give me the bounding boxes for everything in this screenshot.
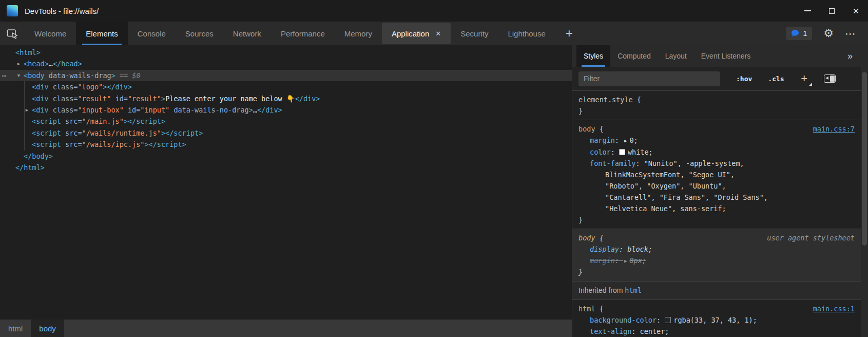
css-property-name[interactable]: margin bbox=[590, 256, 615, 265]
token-val: "input" bbox=[140, 106, 169, 114]
close-tab-icon[interactable]: ✕ bbox=[435, 30, 441, 38]
sidebar-tab-layout[interactable]: Layout bbox=[658, 45, 694, 67]
scrollbar-thumb[interactable] bbox=[862, 72, 867, 246]
token-tag: > bbox=[161, 95, 165, 103]
minimize-icon bbox=[804, 10, 811, 11]
css-property-value[interactable]: rgba(33, 37, 43, 1); bbox=[673, 316, 757, 324]
tab-performance[interactable]: Performance bbox=[271, 22, 335, 45]
indent-guide-line bbox=[24, 81, 25, 92]
css-property-name[interactable]: color bbox=[590, 148, 611, 156]
css-property-name[interactable]: margin bbox=[590, 136, 615, 144]
gear-icon: ⚙ bbox=[823, 27, 834, 40]
tab-network[interactable]: Network bbox=[223, 22, 271, 45]
dom-tree-row[interactable]: </body> bbox=[0, 151, 572, 162]
rule-header: user agent stylesheetbody { bbox=[578, 232, 855, 244]
token-val: "input-box" bbox=[78, 106, 123, 114]
maximize-button[interactable] bbox=[820, 0, 844, 22]
dom-tree-row[interactable]: <div class="logo"></div> bbox=[0, 81, 572, 92]
css-property-value[interactable]: block; bbox=[627, 245, 652, 253]
rule-selector[interactable]: element.style bbox=[578, 96, 633, 104]
tab-lighthouse[interactable]: Lighthouse bbox=[498, 22, 555, 45]
token-val: "logo" bbox=[78, 83, 103, 91]
dom-tree-row[interactable]: <script src="/wails/ipc.js"></script> bbox=[0, 139, 572, 150]
dom-tree-row[interactable]: <div class="result" id="result">Please e… bbox=[0, 93, 572, 104]
token-tag: > bbox=[249, 106, 253, 114]
sidebar-tab-styles[interactable]: Styles bbox=[576, 45, 610, 67]
window-controls: ✕ bbox=[796, 0, 868, 22]
css-property-value[interactable]: "Nunito", -apple-system, bbox=[644, 159, 744, 167]
window-title: DevTools - file://wails/ bbox=[25, 7, 99, 15]
breadcrumb-item-html[interactable]: html bbox=[0, 320, 31, 337]
tab-elements[interactable]: Elements bbox=[76, 22, 128, 45]
rule-selector[interactable]: body bbox=[578, 234, 595, 242]
breadcrumb-item-body[interactable]: body bbox=[31, 320, 64, 337]
token-txt: … bbox=[49, 60, 53, 68]
inherited-from-link[interactable]: html bbox=[625, 286, 642, 294]
style-rule-body: user agent stylesheetbody {display: bloc… bbox=[572, 229, 861, 282]
tab-application[interactable]: Application✕ bbox=[382, 23, 451, 44]
tab-welcome[interactable]: Welcome bbox=[25, 22, 76, 45]
issues-badge[interactable]: 1 bbox=[786, 27, 812, 40]
dom-tree-row[interactable]: <script src="/wails/runtime.js"></script… bbox=[0, 127, 572, 139]
dom-tree-row[interactable]: ▶<div class="input-box" id="input" data-… bbox=[0, 104, 572, 116]
toggle-hover-state-button[interactable]: :hov bbox=[736, 75, 752, 83]
close-button[interactable]: ✕ bbox=[844, 0, 868, 22]
token-tag: ></script> bbox=[124, 117, 165, 125]
dom-tree-row[interactable]: ▶<head>…</head> bbox=[0, 58, 572, 69]
dom-tree-row[interactable]: </html> bbox=[0, 162, 572, 173]
minimize-button[interactable] bbox=[796, 0, 820, 22]
color-swatch[interactable] bbox=[619, 149, 625, 155]
color-swatch[interactable] bbox=[665, 317, 671, 323]
css-property-row[interactable]: background-color: rgba(33, 37, 43, 1); bbox=[578, 314, 855, 326]
tab-label: Application bbox=[392, 29, 429, 38]
css-property-value[interactable]: center; bbox=[640, 327, 669, 335]
expand-value-icon[interactable]: ▶ bbox=[624, 135, 627, 146]
styles-scrollbar[interactable] bbox=[861, 67, 868, 337]
sidebar-tab-event-listeners[interactable]: Event Listeners bbox=[694, 45, 758, 67]
settings-button[interactable]: ⚙ bbox=[823, 28, 834, 39]
more-options-button[interactable]: ⋯ bbox=[845, 28, 857, 39]
css-property-row[interactable]: text-align: center; bbox=[578, 326, 855, 337]
css-property-value[interactable]: 0; bbox=[629, 136, 638, 144]
tab-memory[interactable]: Memory bbox=[335, 22, 382, 45]
rule-selector[interactable]: html bbox=[578, 305, 595, 313]
styles-filter-input[interactable] bbox=[578, 71, 720, 86]
collapse-arrow-icon[interactable]: ▼ bbox=[15, 70, 23, 81]
css-property-row[interactable]: display: block; bbox=[578, 244, 855, 255]
css-property-value[interactable]: white; bbox=[628, 148, 653, 156]
expand-arrow-icon[interactable]: ▶ bbox=[23, 104, 31, 116]
add-tab-button[interactable]: + bbox=[555, 22, 583, 45]
sidebar-tab-computed[interactable]: Computed bbox=[610, 45, 658, 67]
new-style-rule-button[interactable]: + bbox=[799, 72, 809, 85]
css-property-row[interactable]: margin: ▶8px; bbox=[578, 255, 855, 267]
expand-arrow-icon[interactable]: ▶ bbox=[15, 58, 23, 69]
dom-tree-row[interactable]: <html> bbox=[0, 47, 572, 58]
css-property-row[interactable]: font-family: "Nunito", -apple-system, bbox=[578, 158, 855, 169]
dom-tree-row[interactable]: <script src="/main.js"></script> bbox=[0, 116, 572, 127]
css-property-row[interactable]: color: white; bbox=[578, 146, 855, 158]
toggle-sidebar-icon[interactable] bbox=[824, 74, 836, 83]
token-val: "/wails/ipc.js" bbox=[82, 140, 145, 148]
node-options-dots[interactable]: ⋯ bbox=[2, 70, 7, 81]
overflow-tabs-icon[interactable]: » bbox=[847, 51, 853, 62]
stylesheet-link[interactable]: main.css:7 bbox=[813, 123, 855, 135]
css-property-name[interactable]: background-color bbox=[590, 316, 657, 324]
css-property-name[interactable]: font-family bbox=[590, 159, 635, 167]
stylesheet-link[interactable]: main.css:1 bbox=[813, 303, 855, 314]
token-tag: ></div> bbox=[103, 83, 132, 91]
token-tag: ></script> bbox=[161, 129, 203, 137]
maximize-icon bbox=[829, 8, 835, 14]
tab-console[interactable]: Console bbox=[128, 22, 176, 45]
toggle-class-button[interactable]: .cls bbox=[768, 75, 784, 83]
css-property-value[interactable]: 8px; bbox=[629, 256, 646, 265]
inspect-icon bbox=[7, 28, 18, 39]
css-property-name[interactable]: display bbox=[590, 245, 619, 253]
tab-security[interactable]: Security bbox=[451, 22, 498, 45]
css-property-row[interactable]: margin: ▶0; bbox=[578, 135, 855, 146]
css-property-name[interactable]: text-align bbox=[590, 327, 631, 335]
inspect-element-button[interactable] bbox=[0, 22, 25, 45]
dom-tree-row[interactable]: ⋯▼<body data-wails-drag> == $0 bbox=[0, 70, 572, 81]
expand-value-icon[interactable]: ▶ bbox=[624, 255, 627, 267]
tab-sources[interactable]: Sources bbox=[176, 22, 223, 45]
rule-selector[interactable]: body bbox=[578, 125, 595, 133]
